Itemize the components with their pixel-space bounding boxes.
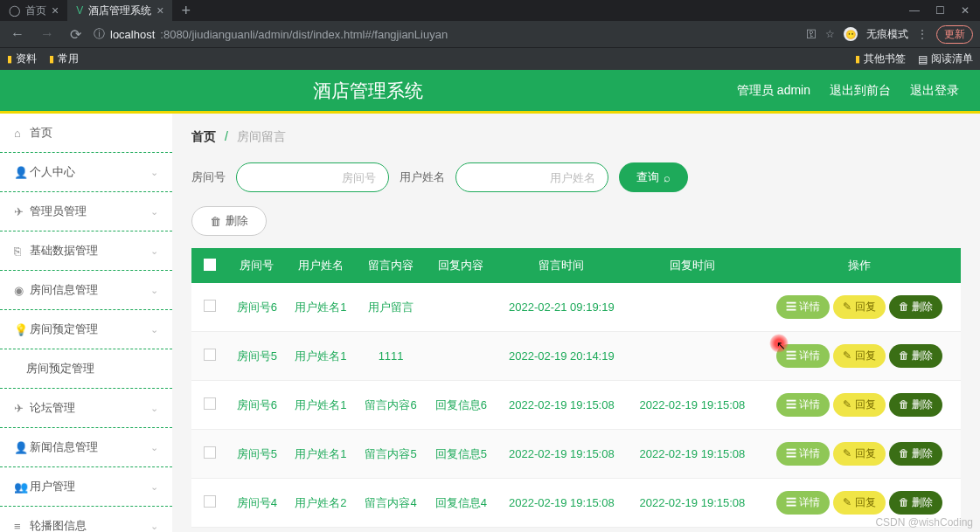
search-button[interactable]: 查询 ⌕ [619,162,688,192]
sidebar-item[interactable]: ≡轮播图信息⌄ [0,507,172,532]
url-path: :8080/jiudianguanli/admin/dist/index.htm… [160,28,448,41]
menu-label: 管理员管理 [30,204,150,219]
tab-title: 首页 [25,3,46,18]
reply-button[interactable]: ✎ 回复 [833,491,885,515]
cell-room: 房间号6 [228,283,286,332]
chevron-down-icon: ⌄ [150,285,158,296]
detail-button[interactable]: ☰ 详情 [776,393,830,417]
cell-msg: 用户留言 [356,283,426,332]
menu-icon: 👤 [14,166,30,179]
reply-button[interactable]: ✎ 回复 [833,344,885,368]
forward-icon[interactable]: → [37,26,58,42]
bookmark-folder[interactable]: ▮资料 [7,52,37,66]
cell-actions: ☰ 详情✎ 回复🗑 删除 [758,430,961,479]
update-button[interactable]: 更新 [936,25,973,44]
menu-icon[interactable]: ⋮ [917,28,928,40]
menu-icon: ✈ [14,205,30,218]
bookmark-folder[interactable]: ▮常用 [49,52,79,66]
url-input[interactable]: ⓘ localhost:8080/jiudianguanli/admin/dis… [94,26,797,42]
sidebar-item[interactable]: 💡房间预定管理⌄ [0,310,172,349]
cell-reply: 回复信息4 [426,479,496,528]
folder-icon: ▮ [7,53,12,65]
reload-icon[interactable]: ⟳ [66,26,85,43]
cell-actions: ☰ 详情✎ 回复🗑 删除 [758,283,961,332]
window-min-icon[interactable]: — [909,4,920,17]
window-max-icon[interactable]: ☐ [935,4,945,17]
room-label: 房间号 [191,169,226,185]
cell-replytime [627,283,758,332]
room-input[interactable] [236,162,389,192]
cell-msg: 1111 [356,332,426,381]
cell-actions: ☰ 详情✎ 回复🗑 删除 [758,381,961,430]
detail-button[interactable]: ☰ 详情 [776,344,830,368]
cell-reply: 回复信息5 [426,430,496,479]
menu-label: 基础数据管理 [30,243,150,259]
cell-reply: 回复信息6 [426,381,496,430]
row-delete-button[interactable]: 🗑 删除 [889,442,942,466]
sidebar-item[interactable]: 👤个人中心⌄ [0,153,172,192]
breadcrumb-home[interactable]: 首页 [191,129,216,143]
admin-label[interactable]: 管理员 admin [737,83,810,99]
detail-button[interactable]: ☰ 详情 [776,442,830,466]
row-checkbox[interactable] [204,349,216,361]
close-icon[interactable]: × [156,3,163,17]
sidebar-item[interactable]: 👤新闻信息管理⌄ [0,428,172,467]
logout-front-link[interactable]: 退出到前台 [830,83,891,99]
menu-label: 房间预定管理 [30,321,150,337]
window-close-icon[interactable]: ✕ [961,4,970,17]
close-icon[interactable]: × [52,3,59,17]
browser-tab-active[interactable]: V 酒店管理系统 × [67,0,172,21]
delete-button[interactable]: 🗑 删除 [191,206,267,236]
menu-icon: ≡ [14,520,30,533]
folder-icon: ▮ [49,53,54,65]
menu-icon: 👤 [14,441,30,454]
chevron-down-icon: ⌄ [150,403,158,414]
back-icon[interactable]: ← [7,26,28,42]
logout-link[interactable]: 退出登录 [910,83,959,99]
reply-button[interactable]: ✎ 回复 [833,393,885,417]
chevron-down-icon: ⌄ [150,167,158,178]
list-icon: ▤ [918,53,928,66]
bookmark-other[interactable]: ▮其他书签 [855,52,906,66]
browser-titlebar: ◯ 首页 × V 酒店管理系统 × + — ☐ ✕ [0,0,980,21]
reply-button[interactable]: ✎ 回复 [833,295,885,319]
reply-button[interactable]: ✎ 回复 [833,442,885,466]
cell-room: 房间号5 [228,430,286,479]
row-delete-button[interactable]: 🗑 删除 [889,491,942,515]
new-tab-button[interactable]: + [172,2,199,20]
sidebar-item[interactable]: ⌂首页 [0,114,172,153]
star-icon[interactable]: ☆ [825,28,835,40]
row-delete-button[interactable]: 🗑 删除 [889,295,942,319]
row-checkbox[interactable] [204,300,216,312]
row-checkbox[interactable] [204,495,216,508]
app-root: 酒店管理系统 管理员 admin 退出到前台 退出登录 ⌂首页👤个人中心⌄✈管理… [0,70,980,532]
row-delete-button[interactable]: 🗑 删除 [889,393,942,417]
sidebar-item[interactable]: 👥用户管理⌄ [0,467,172,507]
sidebar-item[interactable]: ⎘基础数据管理⌄ [0,231,172,271]
sidebar-item[interactable]: ✈论坛管理⌄ [0,389,172,428]
cell-msg: 留言内容4 [356,479,426,528]
trash-icon: 🗑 [210,215,221,228]
sidebar-item[interactable]: ✈管理员管理⌄ [0,192,172,231]
row-checkbox[interactable] [204,397,216,410]
chevron-down-icon: ⌄ [150,442,158,453]
detail-button[interactable]: ☰ 详情 [776,295,830,319]
reading-list[interactable]: ▤阅读清单 [918,52,973,66]
cell-msgtime: 2022-02-19 19:15:08 [497,381,628,430]
row-delete-button[interactable]: 🗑 删除 [889,344,942,368]
user-input[interactable] [455,162,608,192]
col-header: 留言时间 [497,248,628,283]
breadcrumb-current: 房间留言 [237,129,286,143]
browser-tab[interactable]: ◯ 首页 × [0,0,67,21]
sidebar-item[interactable]: ◉房间信息管理⌄ [0,271,172,310]
menu-label: 新闻信息管理 [30,439,150,455]
breadcrumb-sep: / [225,129,228,143]
row-checkbox[interactable] [204,446,216,459]
detail-button[interactable]: ☰ 详情 [776,491,830,515]
key-icon[interactable]: ⚿ [806,28,817,40]
checkbox-all[interactable] [204,259,216,271]
user-label: 用户姓名 [400,169,445,185]
cell-room: 房间号4 [228,479,286,528]
sidebar-subitem[interactable]: 房间预定管理 [0,349,172,389]
tab-title: 酒店管理系统 [88,3,151,18]
